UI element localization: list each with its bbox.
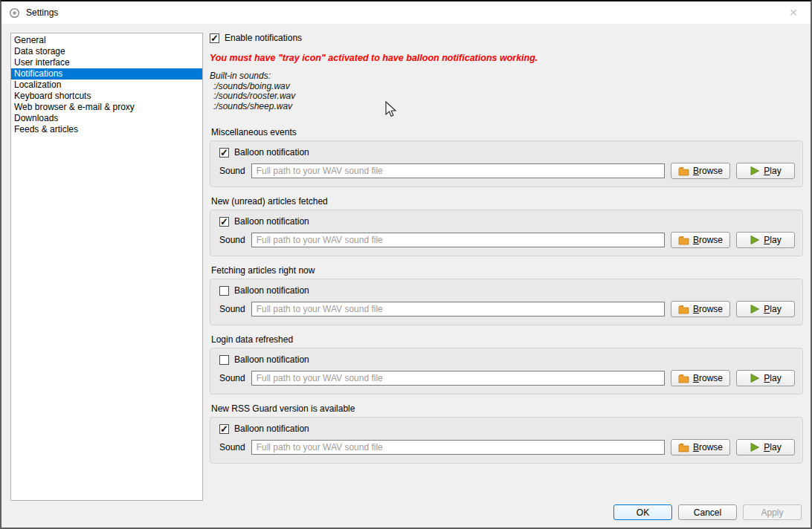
builtin-sound-file: :/sounds/sheep.wav [210,102,803,112]
sidebar-item[interactable]: Web browser & e-mail & proxy [11,102,202,113]
title-bar: Settings ✕ [1,1,811,24]
section-panel: Balloon notification Sound Browse Play [210,140,803,187]
sidebar-item[interactable]: Keyboard shortcuts [11,91,202,102]
play-icon [750,166,760,176]
enable-notifications-label: Enable notifications [225,33,302,43]
settings-dialog: Settings ✕ GeneralData storageUser inter… [0,0,812,529]
close-icon[interactable]: ✕ [784,4,803,21]
section-title: Miscellaneous events [210,127,803,137]
balloon-notification-checkbox[interactable] [219,286,229,296]
sound-path-input[interactable] [251,440,665,455]
builtin-sounds-block: Built-in sounds: :/sounds/boing.wav :/so… [210,71,803,111]
section-title: New RSS Guard version is available [210,403,803,414]
notification-sections: Miscellaneous events Balloon notificatio… [210,127,803,473]
balloon-notification-row[interactable]: Balloon notification [219,216,795,227]
balloon-notification-row[interactable]: Balloon notification [219,285,795,296]
sound-path-input[interactable] [251,371,665,386]
tray-icon-warning: You must have "tray icon" activated to h… [210,53,803,63]
balloon-notification-label: Balloon notification [234,216,309,227]
sidebar-item[interactable]: Downloads [11,113,202,124]
browse-button[interactable]: Browse [671,370,730,386]
sound-row: Sound Browse Play [219,439,795,455]
browse-button-label: Browse [693,304,723,314]
notifications-pane: Enable notifications You must have "tray… [210,33,803,528]
dialog-body: GeneralData storageUser interfaceNotific… [1,24,811,528]
notification-section: New RSS Guard version is available Ballo… [210,403,803,464]
notification-section: Login data refreshed Balloon notificatio… [210,334,803,395]
balloon-notification-checkbox[interactable] [219,217,229,227]
play-button[interactable]: Play [736,439,795,455]
enable-notifications-row[interactable]: Enable notifications [210,33,803,43]
sidebar-item[interactable]: General [11,35,202,46]
enable-notifications-checkbox[interactable] [210,33,219,43]
sound-row: Sound Browse Play [219,370,795,386]
section-panel: Balloon notification Sound Browse Play [210,417,803,464]
balloon-notification-row[interactable]: Balloon notification [219,354,795,365]
sound-label: Sound [219,304,245,314]
sidebar-item[interactable]: Feeds & articles [11,124,202,135]
section-title: Login data refreshed [210,334,803,345]
balloon-notification-checkbox[interactable] [219,355,229,365]
browse-button-label: Browse [693,373,723,383]
balloon-notification-label: Balloon notification [234,285,309,296]
balloon-notification-checkbox[interactable] [219,424,229,434]
balloon-notification-label: Balloon notification [234,354,309,365]
play-button[interactable]: Play [736,301,795,317]
apply-button[interactable]: Apply [743,504,802,520]
sound-row: Sound Browse Play [219,301,795,317]
browse-button[interactable]: Browse [671,439,730,455]
play-button-label: Play [764,304,781,314]
sound-label: Sound [219,166,245,176]
browse-button[interactable]: Browse [671,232,730,248]
sound-label: Sound [219,442,245,452]
section-panel: Balloon notification Sound Browse Play [210,348,803,395]
play-button[interactable]: Play [736,370,795,386]
browse-button-label: Browse [693,166,723,176]
sound-path-input[interactable] [251,233,665,247]
play-button[interactable]: Play [736,163,795,179]
browse-button-label: Browse [693,235,723,245]
play-button-label: Play [764,235,781,245]
balloon-notification-label: Balloon notification [234,147,309,158]
folder-icon [678,236,689,245]
play-icon [750,235,760,245]
sound-path-input[interactable] [251,163,665,178]
ok-button[interactable]: OK [613,504,672,520]
sidebar-item[interactable]: User interface [11,57,202,68]
notification-section: New (unread) articles fetched Balloon no… [210,196,803,256]
browse-button[interactable]: Browse [671,301,730,317]
sidebar-item[interactable]: Data storage [11,46,202,57]
settings-gear-icon [9,7,20,19]
balloon-notification-checkbox[interactable] [219,148,229,158]
section-panel: Balloon notification Sound Browse Play [210,279,803,325]
browse-button[interactable]: Browse [671,163,730,179]
folder-icon [678,374,689,383]
settings-category-list: GeneralData storageUser interfaceNotific… [10,33,203,501]
folder-icon [678,166,689,176]
play-button-label: Play [764,166,781,176]
window-title: Settings [26,7,58,18]
section-panel: Balloon notification Sound Browse Play [210,210,803,256]
play-icon [750,304,760,314]
play-button[interactable]: Play [736,232,795,248]
section-title: New (unread) articles fetched [210,196,803,207]
browse-button-label: Browse [693,442,723,452]
play-button-label: Play [764,442,781,452]
sidebar-item[interactable]: Notifications [11,68,202,79]
dialog-buttons: OK Cancel Apply [210,500,803,528]
balloon-notification-row[interactable]: Balloon notification [219,423,795,434]
sound-row: Sound Browse Play [219,232,795,248]
builtin-sound-file: :/sounds/boing.wav [210,82,803,92]
sound-label: Sound [219,235,245,245]
notification-section: Fetching articles right now Balloon noti… [210,265,803,325]
sound-path-input[interactable] [251,302,665,317]
balloon-notification-label: Balloon notification [234,423,309,434]
sidebar-item[interactable]: Localization [11,79,202,91]
cancel-button[interactable]: Cancel [678,504,737,520]
sound-label: Sound [219,373,245,383]
play-icon [750,373,760,383]
balloon-notification-row[interactable]: Balloon notification [219,147,795,158]
notification-section: Miscellaneous events Balloon notificatio… [210,127,803,187]
builtin-sounds-title: Built-in sounds: [210,71,803,82]
sound-row: Sound Browse Play [219,163,795,179]
